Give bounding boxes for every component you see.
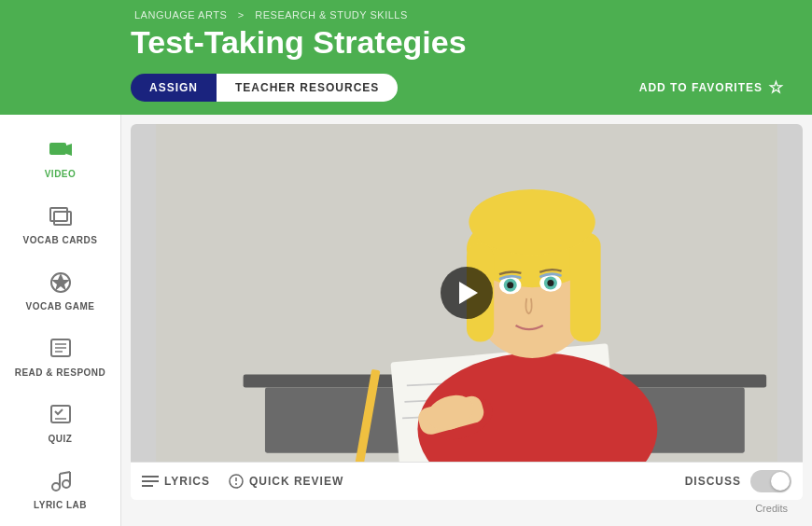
breadcrumb-part2: RESEARCH & STUDY SKILLS bbox=[255, 9, 408, 21]
quick-review-label: QUICK REVIEW bbox=[249, 475, 343, 488]
bottom-left: LYRICS QUICK REVIEW bbox=[142, 474, 343, 489]
svg-point-37 bbox=[507, 282, 513, 288]
sidebar-label-video: VIDEO bbox=[45, 169, 77, 179]
sidebar-label-quiz: QUIZ bbox=[49, 434, 73, 444]
breadcrumb: LANGUAGE ARTS > RESEARCH & STUDY SKILLS bbox=[131, 9, 793, 21]
svg-point-13 bbox=[63, 480, 70, 488]
favorites-label: ADD TO FAVORITES bbox=[639, 81, 763, 94]
header: LANGUAGE ARTS > RESEARCH & STUDY SKILLS … bbox=[0, 0, 812, 115]
sidebar-item-quiz[interactable]: QUIZ bbox=[0, 389, 120, 455]
quiz-icon bbox=[46, 400, 76, 430]
svg-point-47 bbox=[235, 483, 237, 485]
credits-text: Credits bbox=[755, 503, 788, 514]
vocab-cards-icon bbox=[46, 201, 76, 231]
teacher-resources-button[interactable]: TEACHER RESOURCES bbox=[217, 74, 398, 102]
sidebar-item-vocab-cards[interactable]: VOCAB CARDS bbox=[0, 190, 120, 256]
svg-rect-31 bbox=[570, 233, 601, 342]
header-buttons: ASSIGN TEACHER RESOURCES bbox=[131, 74, 398, 102]
play-triangle-icon bbox=[459, 282, 478, 304]
video-container: LYRICS QUICK REVIEW DISCUSS bbox=[131, 124, 803, 500]
quick-review-tab[interactable]: QUICK REVIEW bbox=[229, 474, 343, 489]
svg-line-15 bbox=[60, 472, 70, 474]
svg-rect-2 bbox=[50, 208, 67, 221]
lyrics-icon bbox=[142, 475, 159, 488]
sidebar-label-vocab-cards: VOCAB CARDS bbox=[23, 235, 98, 245]
sidebar-item-video[interactable]: VIDEO bbox=[0, 124, 120, 190]
page-title: Test-Taking Strategies bbox=[131, 24, 793, 61]
sidebar: VIDEO VOCAB CARDS VOCAB GAME bbox=[0, 115, 121, 526]
sidebar-item-lyric-lab[interactable]: LYRIC LAB bbox=[0, 455, 120, 521]
svg-point-12 bbox=[52, 483, 60, 491]
star-icon: ☆ bbox=[768, 77, 784, 98]
quick-review-icon bbox=[229, 474, 244, 489]
sidebar-label-vocab-game: VOCAB GAME bbox=[26, 301, 95, 311]
play-button[interactable] bbox=[441, 267, 493, 319]
breadcrumb-part1: LANGUAGE ARTS bbox=[134, 9, 227, 21]
svg-point-38 bbox=[547, 280, 553, 286]
vocab-game-icon bbox=[46, 268, 76, 298]
header-actions: ASSIGN TEACHER RESOURCES ADD TO FAVORITE… bbox=[131, 74, 793, 102]
sidebar-item-vocab-game[interactable]: VOCAB GAME bbox=[0, 256, 120, 323]
sidebar-label-read-respond: READ & RESPOND bbox=[15, 367, 106, 378]
lyric-lab-icon bbox=[46, 466, 76, 496]
svg-marker-1 bbox=[66, 144, 72, 156]
svg-rect-10 bbox=[51, 406, 70, 422]
breadcrumb-separator: > bbox=[238, 9, 245, 21]
video-wrapper bbox=[131, 124, 803, 462]
svg-rect-3 bbox=[54, 212, 71, 225]
toggle-knob bbox=[771, 472, 790, 491]
add-to-favorites-button[interactable]: ADD TO FAVORITES ☆ bbox=[639, 77, 784, 98]
credits-bar: Credits bbox=[131, 500, 803, 517]
lyrics-tab[interactable]: LYRICS bbox=[142, 475, 210, 488]
lyrics-label: LYRICS bbox=[164, 475, 210, 488]
main-layout: VIDEO VOCAB CARDS VOCAB GAME bbox=[0, 115, 812, 526]
assign-button[interactable]: ASSIGN bbox=[131, 74, 217, 102]
discuss-label: DISCUSS bbox=[685, 475, 741, 488]
sidebar-label-lyric-lab: LYRIC LAB bbox=[34, 500, 87, 510]
video-icon bbox=[46, 135, 76, 165]
read-respond-icon bbox=[46, 334, 76, 364]
discuss-toggle[interactable] bbox=[750, 470, 791, 492]
content-area: LYRICS QUICK REVIEW DISCUSS bbox=[121, 115, 812, 526]
bottom-bar: LYRICS QUICK REVIEW DISCUSS bbox=[131, 462, 803, 500]
svg-point-32 bbox=[469, 189, 595, 255]
sidebar-item-read-respond[interactable]: READ & RESPOND bbox=[0, 323, 120, 389]
svg-rect-0 bbox=[49, 143, 66, 155]
bottom-right: DISCUSS bbox=[685, 470, 791, 492]
